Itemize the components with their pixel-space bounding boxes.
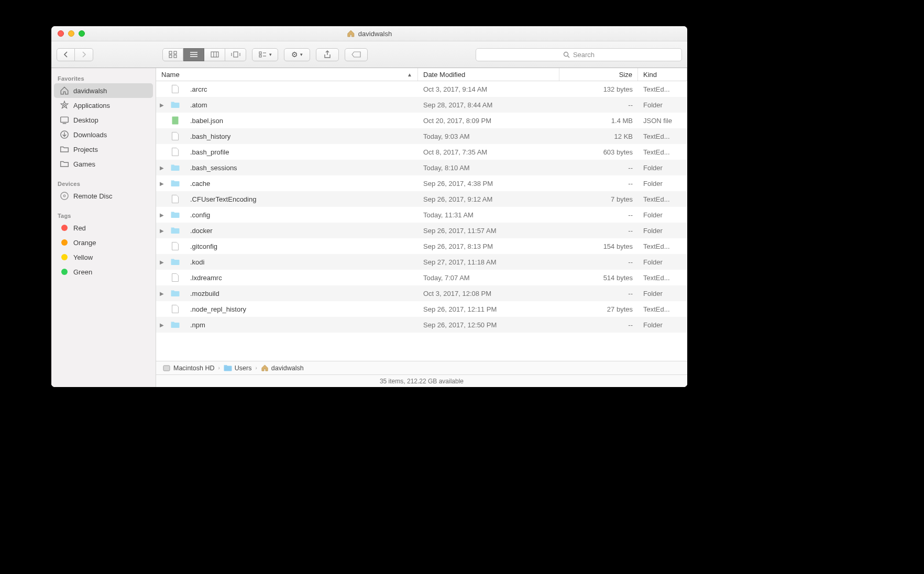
file-date: Sep 27, 2017, 11:18 AM xyxy=(418,258,559,266)
file-row[interactable]: .bash_historyToday, 9:03 AM12 KBTextEd..… xyxy=(156,128,687,144)
sidebar-item-games[interactable]: Games xyxy=(51,157,156,171)
sidebar-item-applications[interactable]: Applications xyxy=(51,98,156,113)
view-icons-button[interactable] xyxy=(162,48,183,61)
tags-button[interactable] xyxy=(345,48,368,61)
file-row[interactable]: ▶.bash_sessionsToday, 8:10 AM--Folder xyxy=(156,160,687,175)
svg-rect-20 xyxy=(61,117,69,122)
file-size: 154 bytes xyxy=(559,242,638,250)
file-list-pane: Name▲ Date Modified Size Kind .arcrcOct … xyxy=(156,68,687,387)
view-columns-button[interactable] xyxy=(204,48,225,61)
back-button[interactable] xyxy=(57,48,75,61)
file-size: -- xyxy=(559,227,638,235)
close-button[interactable] xyxy=(58,30,64,37)
disclosure-triangle[interactable]: ▶ xyxy=(156,228,168,234)
file-row[interactable]: ▶.configToday, 11:31 AM--Folder xyxy=(156,207,687,223)
sidebar-item-label: Yellow xyxy=(73,253,93,261)
col-name[interactable]: Name▲ xyxy=(156,68,418,81)
sidebar-item-projects[interactable]: Projects xyxy=(51,142,156,157)
arrange-button[interactable]: ▾ xyxy=(252,48,278,61)
disclosure-triangle[interactable]: ▶ xyxy=(156,181,168,186)
disclosure-triangle[interactable]: ▶ xyxy=(156,322,168,328)
zoom-button[interactable] xyxy=(79,30,85,37)
path-segment[interactable]: Users xyxy=(224,365,252,372)
sidebar-item-yellow[interactable]: Yellow xyxy=(51,250,156,264)
col-size[interactable]: Size xyxy=(559,68,638,81)
minimize-button[interactable] xyxy=(68,30,74,37)
file-name: .atom xyxy=(190,101,207,109)
file-row[interactable]: .bash_profileOct 8, 2017, 7:35 AM603 byt… xyxy=(156,144,687,160)
file-kind: TextEd... xyxy=(638,305,687,313)
col-date[interactable]: Date Modified xyxy=(418,68,559,81)
sidebar-item-label: Downloads xyxy=(73,131,107,139)
file-date: Sep 26, 2017, 11:57 AM xyxy=(418,227,559,235)
json-file-icon xyxy=(171,116,180,125)
forward-button[interactable] xyxy=(75,48,93,61)
file-row[interactable]: .gitconfigSep 26, 2017, 8:13 PM154 bytes… xyxy=(156,238,687,254)
svg-rect-32 xyxy=(171,291,180,296)
path-segment[interactable]: Macintosh HD xyxy=(162,364,215,372)
disclosure-triangle[interactable]: ▶ xyxy=(156,259,168,265)
sidebar-item-red[interactable]: Red xyxy=(51,220,156,235)
sidebar-item-desktop[interactable]: Desktop xyxy=(51,113,156,127)
view-list-button[interactable] xyxy=(183,48,204,61)
file-name: .bash_profile xyxy=(190,148,229,156)
file-size: -- xyxy=(559,290,638,297)
file-date: Today, 9:03 AM xyxy=(418,133,559,140)
tag-icon xyxy=(60,238,69,247)
file-row[interactable]: .arcrcOct 3, 2017, 9:14 AM132 bytesTextE… xyxy=(156,81,687,97)
finder-window: davidwalsh ▾ ⚙▾ Search Favoritesdavidwal… xyxy=(51,26,687,387)
status-label: 35 items, 212.22 GB available xyxy=(380,378,464,385)
file-name: .node_repl_history xyxy=(190,305,246,313)
file-size: 27 bytes xyxy=(559,305,638,313)
sidebar-item-label: Orange xyxy=(73,239,96,247)
file-date: Today, 8:10 AM xyxy=(418,164,559,172)
sidebar-item-downloads[interactable]: Downloads xyxy=(51,127,156,142)
file-size: -- xyxy=(559,321,638,329)
file-row[interactable]: ▶.mozbuildOct 3, 2017, 12:08 PM--Folder xyxy=(156,285,687,301)
file-kind: Folder xyxy=(638,211,687,219)
file-row[interactable]: .lxdreamrcToday, 7:07 AM514 bytesTextEd.… xyxy=(156,270,687,285)
search-field[interactable]: Search xyxy=(476,48,682,61)
file-size: 514 bytes xyxy=(559,274,638,282)
file-row[interactable]: ▶.dockerSep 26, 2017, 11:57 AM--Folder xyxy=(156,223,687,238)
file-name: .lxdreamrc xyxy=(190,274,222,282)
path-label: davidwalsh xyxy=(271,365,304,372)
disclosure-triangle[interactable]: ▶ xyxy=(156,212,168,218)
file-rows[interactable]: .arcrcOct 3, 2017, 9:14 AM132 bytesTextE… xyxy=(156,81,687,361)
path-label: Macintosh HD xyxy=(173,365,215,372)
action-button[interactable]: ⚙▾ xyxy=(284,48,310,61)
home-icon xyxy=(261,364,269,372)
disclosure-triangle[interactable]: ▶ xyxy=(156,165,168,171)
share-button[interactable] xyxy=(316,48,339,61)
file-row[interactable]: .node_repl_historySep 26, 2017, 12:11 PM… xyxy=(156,301,687,317)
file-row[interactable]: ▶.npmSep 26, 2017, 12:50 PM--Folder xyxy=(156,317,687,333)
disclosure-triangle[interactable]: ▶ xyxy=(156,102,168,108)
sidebar-item-davidwalsh[interactable]: davidwalsh xyxy=(54,83,153,98)
svg-rect-35 xyxy=(224,366,232,371)
titlebar: davidwalsh xyxy=(51,26,687,41)
path-segment[interactable]: davidwalsh xyxy=(261,364,304,372)
svg-rect-30 xyxy=(171,228,180,234)
file-row[interactable]: ▶.cacheSep 26, 2017, 4:38 PM--Folder xyxy=(156,175,687,191)
folder-icon xyxy=(171,163,180,172)
sidebar-item-remote-disc[interactable]: Remote Disc xyxy=(51,189,156,203)
sidebar-item-green[interactable]: Green xyxy=(51,264,156,279)
view-coverflow-button[interactable] xyxy=(225,48,246,61)
file-row[interactable]: .babel.jsonOct 20, 2017, 8:09 PM1.4 MBJS… xyxy=(156,113,687,128)
file-row[interactable]: .CFUserTextEncodingSep 26, 2017, 9:12 AM… xyxy=(156,191,687,207)
search-icon xyxy=(563,51,570,58)
file-row[interactable]: ▶.atomSep 28, 2017, 8:44 AM--Folder xyxy=(156,97,687,113)
file-size: -- xyxy=(559,164,638,172)
svg-rect-0 xyxy=(169,51,172,54)
file-kind: TextEd... xyxy=(638,242,687,250)
folder-icon xyxy=(60,145,69,154)
file-size: 7 bytes xyxy=(559,195,638,203)
disclosure-triangle[interactable]: ▶ xyxy=(156,291,168,296)
col-kind[interactable]: Kind xyxy=(638,68,687,81)
tag-icon xyxy=(60,223,69,233)
sidebar-item-orange[interactable]: Orange xyxy=(51,235,156,250)
file-size: -- xyxy=(559,211,638,219)
file-row[interactable]: ▶.kodiSep 27, 2017, 11:18 AM--Folder xyxy=(156,254,687,270)
file-icon xyxy=(171,195,180,204)
folder-icon xyxy=(171,258,180,267)
